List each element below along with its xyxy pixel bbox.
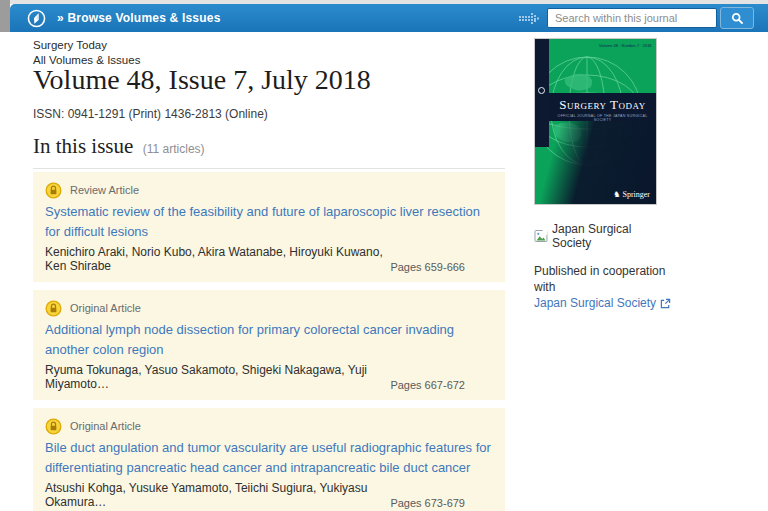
lock-icon: [45, 418, 62, 435]
article-pages: Pages 673-679: [390, 497, 465, 509]
society-image-placeholder: Japan Surgical Society: [534, 222, 674, 250]
article-item-1: Review Article Systematic review of the …: [33, 172, 505, 282]
article-title-link[interactable]: Bile duct angulation and tumor vasculari…: [45, 438, 493, 478]
article-authors: Kenichiro Araki, Norio Kubo, Akira Watan…: [45, 245, 390, 273]
external-link-icon: [660, 298, 671, 309]
search-button[interactable]: [720, 7, 754, 29]
springer-knight-icon: ♞: [613, 191, 620, 199]
page-title: Volume 48, Issue 7, July 2018: [33, 63, 371, 97]
cover-tagline: Official Journal of the Japan Surgical S…: [554, 113, 650, 122]
lock-icon: [45, 300, 62, 317]
compass-icon: [26, 8, 47, 29]
article-pages: Pages 667-672: [390, 379, 465, 391]
page-edge: [0, 0, 10, 32]
society-link[interactable]: Japan Surgical Society: [534, 295, 671, 311]
lock-icon: [45, 182, 62, 199]
section-heading-text: In this issue: [33, 134, 133, 158]
article-count: (11 articles): [143, 142, 205, 156]
search-input[interactable]: [547, 8, 717, 28]
cover-volume-line: Volume 48 · Number 7 · 2018: [600, 43, 652, 48]
cooperation-text: Published in cooperation with: [534, 263, 674, 295]
broken-image-icon: [534, 230, 548, 243]
article-type-row: Review Article: [45, 181, 493, 199]
society-alt-text: Japan Surgical Society: [552, 222, 674, 250]
article-title-link[interactable]: Systematic review of the feasibility and…: [45, 202, 493, 242]
article-type-row: Original Article: [45, 299, 493, 317]
article-meta-row: Ryuma Tokunaga, Yasuo Sakamoto, Shigeki …: [45, 363, 493, 391]
article-type-label: Original Article: [70, 302, 141, 314]
browse-volumes-link[interactable]: » Browse Volumes & Issues: [57, 11, 221, 25]
article-authors: Atsushi Kohga, Yusuke Yamamoto, Teiichi …: [45, 481, 390, 509]
article-meta-row: Kenichiro Araki, Norio Kubo, Akira Watan…: [45, 245, 493, 273]
article-item-2: Original Article Additional lymph node d…: [33, 290, 505, 400]
in-this-issue-heading: In this issue (11 articles): [33, 134, 505, 169]
article-list: Review Article Systematic review of the …: [33, 172, 505, 511]
springer-logo: ♞ Springer: [613, 190, 650, 199]
article-authors: Ryuma Tokunaga, Yasuo Sakamoto, Shigeki …: [45, 363, 390, 391]
dotted-arrow-icon: [518, 11, 540, 26]
article-meta-row: Atsushi Kohga, Yusuke Yamamoto, Teiichi …: [45, 481, 493, 509]
article-type-row: Original Article: [45, 417, 493, 435]
search-icon: [731, 12, 744, 25]
article-item-3: Original Article Bile duct angulation an…: [33, 408, 505, 511]
journal-toolbar: » Browse Volumes & Issues: [10, 4, 768, 32]
article-title-link[interactable]: Additional lymph node dissection for pri…: [45, 320, 493, 360]
jss-emblem-icon: [538, 87, 545, 94]
journal-cover-image[interactable]: Volume 48 · Number 7 · 2018 Surgery Toda…: [534, 38, 657, 205]
article-type-label: Original Article: [70, 420, 141, 432]
springer-logo-text: Springer: [622, 190, 650, 199]
breadcrumb-journal-link[interactable]: Surgery Today: [33, 38, 140, 53]
article-pages: Pages 659-666: [390, 261, 465, 273]
issn-line: ISSN: 0941-1291 (Print) 1436-2813 (Onlin…: [33, 107, 268, 121]
cooperation-block: Published in cooperation with Japan Surg…: [534, 263, 674, 311]
article-type-label: Review Article: [70, 184, 139, 196]
cover-spine-strip: [535, 39, 549, 147]
journal-sidebar: Volume 48 · Number 7 · 2018 Surgery Toda…: [534, 38, 674, 311]
cover-journal-title: Surgery Today: [549, 98, 656, 111]
cover-title-band: Surgery Today Official Journal of the Ja…: [549, 93, 656, 121]
society-link-text: Japan Surgical Society: [534, 295, 656, 311]
